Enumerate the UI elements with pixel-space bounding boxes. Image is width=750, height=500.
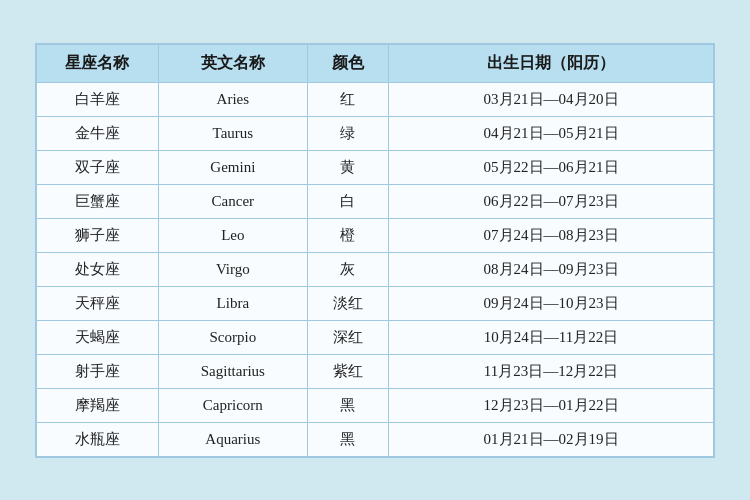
cell-color: 黑 — [307, 388, 388, 422]
table-body: 白羊座Aries红03月21日—04月20日金牛座Taurus绿04月21日—0… — [37, 82, 714, 456]
cell-english: Leo — [158, 218, 307, 252]
cell-color: 绿 — [307, 116, 388, 150]
zodiac-table-container: 星座名称 英文名称 颜色 出生日期（阳历） 白羊座Aries红03月21日—04… — [35, 43, 715, 458]
cell-chinese: 双子座 — [37, 150, 159, 184]
cell-chinese: 摩羯座 — [37, 388, 159, 422]
cell-chinese: 处女座 — [37, 252, 159, 286]
cell-english: Aries — [158, 82, 307, 116]
table-row: 处女座Virgo灰08月24日—09月23日 — [37, 252, 714, 286]
cell-date: 08月24日—09月23日 — [389, 252, 714, 286]
cell-color: 灰 — [307, 252, 388, 286]
cell-english: Libra — [158, 286, 307, 320]
cell-color: 红 — [307, 82, 388, 116]
cell-chinese: 狮子座 — [37, 218, 159, 252]
cell-chinese: 巨蟹座 — [37, 184, 159, 218]
cell-english: Scorpio — [158, 320, 307, 354]
table-row: 双子座Gemini黄05月22日—06月21日 — [37, 150, 714, 184]
cell-chinese: 射手座 — [37, 354, 159, 388]
cell-english: Sagittarius — [158, 354, 307, 388]
header-chinese: 星座名称 — [37, 44, 159, 82]
cell-english: Capricorn — [158, 388, 307, 422]
table-row: 射手座Sagittarius紫红11月23日—12月22日 — [37, 354, 714, 388]
cell-date: 05月22日—06月21日 — [389, 150, 714, 184]
table-row: 白羊座Aries红03月21日—04月20日 — [37, 82, 714, 116]
cell-color: 淡红 — [307, 286, 388, 320]
table-row: 狮子座Leo橙07月24日—08月23日 — [37, 218, 714, 252]
cell-english: Virgo — [158, 252, 307, 286]
cell-color: 深红 — [307, 320, 388, 354]
zodiac-table: 星座名称 英文名称 颜色 出生日期（阳历） 白羊座Aries红03月21日—04… — [36, 44, 714, 457]
header-date: 出生日期（阳历） — [389, 44, 714, 82]
cell-date: 03月21日—04月20日 — [389, 82, 714, 116]
table-row: 金牛座Taurus绿04月21日—05月21日 — [37, 116, 714, 150]
cell-date: 07月24日—08月23日 — [389, 218, 714, 252]
cell-english: Gemini — [158, 150, 307, 184]
cell-color: 白 — [307, 184, 388, 218]
table-row: 天蝎座Scorpio深红10月24日—11月22日 — [37, 320, 714, 354]
cell-english: Aquarius — [158, 422, 307, 456]
cell-date: 11月23日—12月22日 — [389, 354, 714, 388]
cell-chinese: 水瓶座 — [37, 422, 159, 456]
cell-date: 12月23日—01月22日 — [389, 388, 714, 422]
cell-color: 黄 — [307, 150, 388, 184]
cell-date: 06月22日—07月23日 — [389, 184, 714, 218]
table-row: 天秤座Libra淡红09月24日—10月23日 — [37, 286, 714, 320]
cell-chinese: 白羊座 — [37, 82, 159, 116]
table-row: 水瓶座Aquarius黑01月21日—02月19日 — [37, 422, 714, 456]
cell-english: Taurus — [158, 116, 307, 150]
cell-color: 紫红 — [307, 354, 388, 388]
cell-date: 04月21日—05月21日 — [389, 116, 714, 150]
cell-date: 10月24日—11月22日 — [389, 320, 714, 354]
cell-date: 09月24日—10月23日 — [389, 286, 714, 320]
cell-color: 橙 — [307, 218, 388, 252]
cell-date: 01月21日—02月19日 — [389, 422, 714, 456]
table-header-row: 星座名称 英文名称 颜色 出生日期（阳历） — [37, 44, 714, 82]
cell-chinese: 天蝎座 — [37, 320, 159, 354]
cell-color: 黑 — [307, 422, 388, 456]
cell-english: Cancer — [158, 184, 307, 218]
header-english: 英文名称 — [158, 44, 307, 82]
table-row: 摩羯座Capricorn黑12月23日—01月22日 — [37, 388, 714, 422]
table-row: 巨蟹座Cancer白06月22日—07月23日 — [37, 184, 714, 218]
cell-chinese: 金牛座 — [37, 116, 159, 150]
cell-chinese: 天秤座 — [37, 286, 159, 320]
header-color: 颜色 — [307, 44, 388, 82]
